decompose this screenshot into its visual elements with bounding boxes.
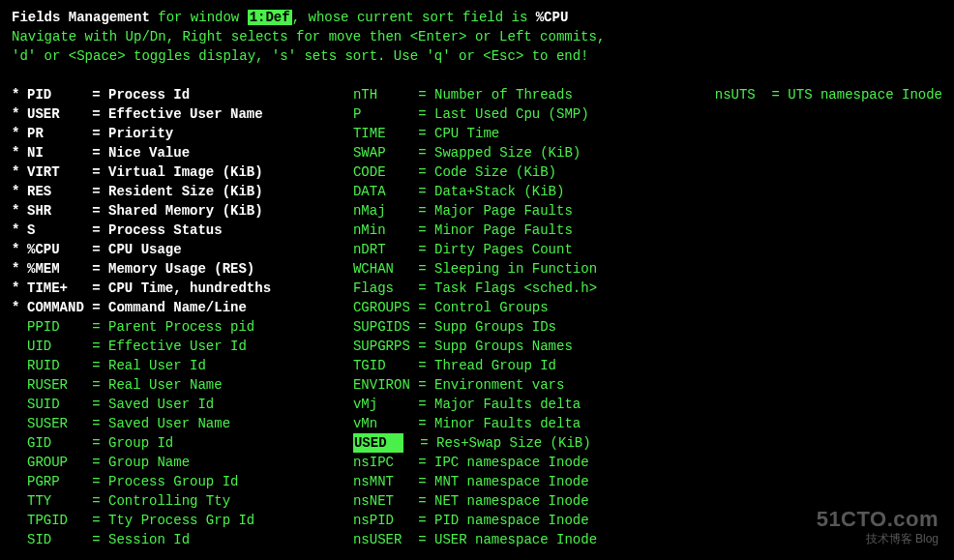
field-name: P	[353, 104, 418, 124]
field-row[interactable]: RUSER = Real User Name	[12, 375, 338, 395]
field-name: GID	[27, 433, 92, 453]
field-row[interactable]: TIME = CPU Time	[338, 124, 700, 143]
field-row[interactable]: CODE = Code Size (KiB)	[338, 162, 700, 182]
equals-sep: =	[92, 395, 108, 414]
field-row[interactable]: UID = Effective User Id	[12, 337, 338, 356]
equals-sep: =	[418, 104, 434, 124]
field-row[interactable]: vMj = Major Faults delta	[338, 395, 700, 414]
field-row[interactable]: SUPGRPS = Supp Groups Names	[338, 337, 700, 356]
field-row[interactable]: *NI = Nice Value	[12, 143, 338, 162]
field-name: nMin	[353, 221, 418, 240]
field-row[interactable]: TTY = Controlling Tty	[12, 491, 338, 511]
field-row[interactable]: *%MEM = Memory Usage (RES)	[12, 259, 338, 279]
field-row[interactable]: GID = Group Id	[12, 433, 338, 453]
equals-sep: =	[418, 491, 434, 511]
field-description: Group Name	[108, 453, 190, 472]
equals-sep: =	[92, 259, 108, 279]
field-row[interactable]: *VIRT = Virtual Image (KiB)	[12, 162, 338, 182]
header-rest: , whose current sort field is	[292, 10, 536, 25]
field-row[interactable]: TGID = Thread Group Id	[338, 356, 700, 375]
field-name: RES	[27, 182, 92, 201]
field-description: IPC namespace Inode	[434, 453, 589, 472]
field-row[interactable]: DATA = Data+Stack (KiB)	[338, 182, 700, 201]
field-description: Effective User Name	[108, 104, 263, 124]
field-row[interactable]: nsIPC = IPC namespace Inode	[338, 453, 700, 472]
field-name: SUPGRPS	[353, 337, 418, 356]
field-description: Nice Value	[108, 143, 190, 162]
equals-sep: =	[418, 511, 434, 530]
field-name: WCHAN	[353, 259, 418, 279]
field-row[interactable]: SUID = Saved User Id	[12, 395, 338, 414]
field-row[interactable]: *S = Process Status	[12, 221, 338, 240]
field-row[interactable]: *USER = Effective User Name	[12, 104, 338, 124]
field-row[interactable]: SID = Session Id	[12, 530, 338, 549]
field-enabled-mark	[12, 491, 27, 511]
equals-sep: =	[92, 356, 108, 375]
field-row[interactable]: nsNET = NET namespace Inode	[338, 491, 700, 511]
field-row[interactable]: SWAP = Swapped Size (KiB)	[338, 143, 700, 162]
field-enabled-mark: *	[12, 298, 27, 317]
field-row[interactable]: P = Last Used Cpu (SMP)	[338, 104, 700, 124]
field-row[interactable]: PGRP = Process Group Id	[12, 472, 338, 491]
field-row[interactable]: *PID = Process Id	[12, 85, 338, 104]
equals-sep: =	[92, 201, 108, 221]
field-row[interactable]: nMin = Minor Page Faults	[338, 221, 700, 240]
field-row[interactable]: Flags = Task Flags <sched.h>	[338, 279, 700, 298]
field-row[interactable]: WCHAN = Sleeping in Function	[338, 259, 700, 279]
field-enabled-mark: *	[12, 259, 27, 279]
field-row[interactable]: nsUTS = UTS namespace Inode	[700, 85, 942, 104]
field-name: SUSER	[27, 414, 92, 433]
field-name: nsMNT	[353, 472, 418, 491]
field-row[interactable]: RUID = Real User Id	[12, 356, 338, 375]
field-row[interactable]: *SHR = Shared Memory (KiB)	[12, 201, 338, 221]
equals-sep: =	[92, 337, 108, 356]
field-name: RUID	[27, 356, 92, 375]
equals-sep: =	[418, 337, 434, 356]
field-name: nsIPC	[353, 453, 418, 472]
field-row[interactable]: CGROUPS = Control Groups	[338, 298, 700, 317]
field-enabled-mark	[338, 375, 353, 395]
equals-sep: =	[418, 375, 434, 395]
field-enabled-mark	[338, 143, 353, 162]
field-row[interactable]: GROUP = Group Name	[12, 453, 338, 472]
field-name: ENVIRON	[353, 375, 418, 395]
field-row[interactable]: nsPID = PID namespace Inode	[338, 511, 700, 530]
field-enabled-mark	[338, 395, 353, 414]
field-enabled-mark	[338, 453, 353, 472]
field-description: Last Used Cpu (SMP)	[434, 104, 589, 124]
field-enabled-mark	[338, 221, 353, 240]
field-row[interactable]: TPGID = Tty Process Grp Id	[12, 511, 338, 530]
field-name: nTH	[353, 85, 418, 104]
field-row[interactable]: *RES = Resident Size (KiB)	[12, 182, 338, 201]
equals-sep: =	[92, 85, 108, 104]
field-enabled-mark	[12, 530, 27, 549]
field-name: COMMAND	[27, 298, 92, 317]
field-row[interactable]: nDRT = Dirty Pages Count	[338, 240, 700, 259]
field-row[interactable]: *%CPU = CPU Usage	[12, 240, 338, 259]
field-enabled-mark	[12, 511, 27, 530]
field-row[interactable]: ENVIRON = Environment vars	[338, 375, 700, 395]
field-row[interactable]: nsMNT = MNT namespace Inode	[338, 472, 700, 491]
field-row[interactable]: nTH = Number of Threads	[338, 85, 700, 104]
field-row[interactable]: vMn = Minor Faults delta	[338, 414, 700, 433]
field-description: Virtual Image (KiB)	[108, 162, 263, 182]
field-row[interactable]: *PR = Priority	[12, 124, 338, 143]
field-description: Resident Size (KiB)	[108, 182, 263, 201]
field-row[interactable]: nMaj = Major Page Faults	[338, 201, 700, 221]
field-row[interactable]: SUSER = Saved User Name	[12, 414, 338, 433]
field-column-1: *PID = Process Id*USER = Effective User …	[12, 85, 338, 549]
field-row[interactable]: *COMMAND = Command Name/Line	[12, 298, 338, 317]
field-row[interactable]: nsUSER = USER namespace Inode	[338, 530, 700, 549]
field-description: Saved User Name	[108, 414, 230, 433]
field-column-2: nTH = Number of Threads P = Last Used Cp…	[338, 85, 700, 549]
field-enabled-mark	[338, 85, 353, 104]
header-title: Fields Management	[12, 10, 150, 25]
field-row[interactable]: *TIME+ = CPU Time, hundredths	[12, 279, 338, 298]
field-row[interactable]: USED = Res+Swap Size (KiB)	[338, 433, 700, 453]
field-row[interactable]: SUPGIDS = Supp Groups IDs	[338, 317, 700, 337]
field-row[interactable]: PPID = Parent Process pid	[12, 317, 338, 337]
field-name: DATA	[353, 182, 418, 201]
equals-sep: =	[92, 279, 108, 298]
field-description: UTS namespace Inode	[788, 85, 942, 104]
field-description: Command Name/Line	[108, 298, 247, 317]
